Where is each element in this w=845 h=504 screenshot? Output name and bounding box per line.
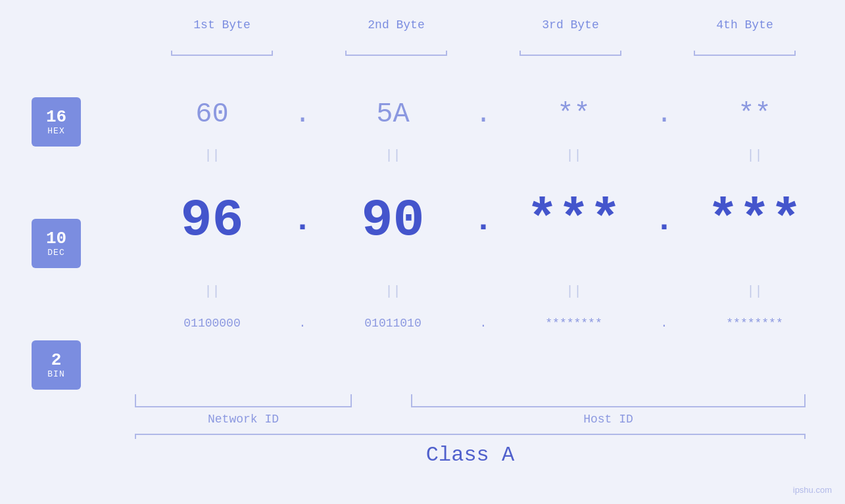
hex-sep-3: . — [651, 99, 677, 130]
bracket-top-4 — [679, 51, 811, 59]
hex-value-3: ** — [557, 99, 590, 130]
byte-header-1: 1st Byte — [157, 18, 288, 32]
hex-cell-3: ** — [496, 99, 651, 130]
hex-cell-2: 5A — [316, 99, 470, 130]
byte-header-2: 2nd Byte — [331, 18, 462, 32]
eq-hex-3: || — [496, 148, 651, 163]
byte-headers: 1st Byte 2nd Byte 3rd Byte 4th Byte — [135, 18, 832, 32]
dec-sep-3: . — [651, 202, 677, 239]
hex-dot-2: . — [475, 99, 491, 130]
hex-cell-4: ** — [677, 99, 832, 130]
class-a-line — [135, 434, 806, 435]
bin-value-3: ******** — [545, 317, 602, 330]
bin-value-4: ******** — [726, 317, 783, 330]
hex-row: 60 . 5A . ** . ** — [135, 99, 832, 130]
hex-dot-1: . — [294, 99, 310, 130]
hex-badge-number: 16 — [46, 108, 66, 127]
content-area: 1st Byte 2nd Byte 3rd Byte 4th Byte 60 — [95, 0, 832, 504]
network-id-label: Network ID — [135, 413, 352, 426]
bracket-top-line-3 — [519, 55, 621, 56]
main-container: 16 HEX 10 DEC 2 BIN 1st Byte 2nd Byte 3r… — [0, 0, 845, 504]
bin-dot-2: . — [480, 317, 487, 330]
dec-value-2: 90 — [361, 191, 424, 250]
dec-value-1: 96 — [180, 191, 243, 250]
eq-dec-4: || — [677, 284, 832, 299]
hex-dot-3: . — [656, 99, 672, 130]
dec-dot-2: . — [473, 202, 493, 239]
dec-badge-number: 10 — [46, 229, 66, 248]
bracket-top-1 — [157, 51, 288, 59]
bin-dot-3: . — [661, 317, 668, 330]
bin-badge-label: BIN — [47, 369, 64, 379]
eq-dec-2: || — [316, 284, 470, 299]
dec-cell-2: 90 — [316, 191, 470, 250]
hex-badge: 16 HEX — [32, 97, 81, 147]
network-id-area: Network ID — [135, 394, 411, 426]
bracket-top-2 — [331, 51, 462, 59]
bin-cell-3: ******** — [496, 317, 651, 330]
dec-sep-2: . — [470, 202, 496, 239]
dec-cell-3: *** — [496, 191, 651, 250]
hex-sep-2: . — [470, 99, 496, 130]
dec-cell-4: *** — [677, 191, 832, 250]
bracket-top-3 — [505, 51, 637, 59]
class-a-area: Class A — [135, 434, 806, 467]
equals-row-dec: || || || || — [135, 284, 832, 299]
dec-badge: 10 DEC — [32, 219, 81, 268]
equals-row-hex: || || || || — [135, 148, 832, 163]
bracket-top-row — [135, 51, 832, 59]
hex-value-4: ** — [738, 99, 771, 130]
bin-badge-number: 2 — [51, 351, 62, 370]
bin-badge: 2 BIN — [32, 340, 81, 390]
bracket-top-line-1 — [171, 55, 273, 56]
bin-value-2: 01011010 — [364, 317, 421, 330]
bin-cell-4: ******** — [677, 317, 832, 330]
byte-header-4: 4th Byte — [679, 18, 811, 32]
dec-value-4: *** — [707, 191, 802, 250]
host-id-label: Host ID — [411, 413, 806, 426]
dec-dot-3: . — [654, 202, 674, 239]
dec-row: 96 . 90 . *** . *** — [135, 191, 832, 250]
bin-row: 01100000 . 01011010 . ******** . *******… — [135, 317, 832, 330]
bracket-top-line-4 — [694, 55, 796, 56]
watermark: ipshu.com — [793, 485, 832, 495]
dec-badge-label: DEC — [47, 248, 64, 258]
dec-sep-1: . — [289, 202, 316, 239]
bin-cell-1: 01100000 — [135, 317, 289, 330]
hex-value-2: 5A — [376, 99, 409, 130]
eq-hex-1: || — [135, 148, 289, 163]
bin-sep-3: . — [651, 317, 677, 330]
eq-hex-2: || — [316, 148, 470, 163]
host-id-bracket — [411, 394, 806, 407]
hex-cell-1: 60 — [135, 99, 289, 130]
dec-cell-1: 96 — [135, 191, 289, 250]
eq-dec-3: || — [496, 284, 651, 299]
eq-hex-4: || — [677, 148, 832, 163]
host-id-area: Host ID — [411, 394, 806, 426]
network-id-bracket — [135, 394, 352, 407]
class-a-label: Class A — [135, 443, 806, 467]
badge-column: 16 HEX 10 DEC 2 BIN — [32, 97, 81, 390]
dec-value-3: *** — [526, 191, 621, 250]
hex-value-1: 60 — [195, 99, 228, 130]
dec-dot-1: . — [293, 202, 312, 239]
bin-value-1: 01100000 — [183, 317, 240, 330]
bin-dot-1: . — [299, 317, 306, 330]
byte-header-3: 3rd Byte — [505, 18, 637, 32]
bin-sep-1: . — [289, 317, 316, 330]
bracket-top-line-2 — [345, 55, 447, 56]
hex-sep-1: . — [289, 99, 316, 130]
bin-sep-2: . — [470, 317, 496, 330]
hex-badge-label: HEX — [47, 126, 64, 136]
eq-dec-1: || — [135, 284, 289, 299]
bin-cell-2: 01011010 — [316, 317, 470, 330]
